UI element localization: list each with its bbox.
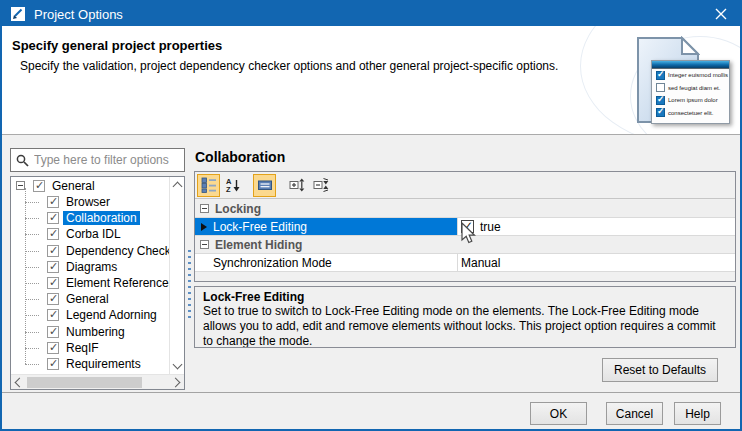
tree-item[interactable]: ReqIF bbox=[11, 340, 169, 356]
property-value: Manual bbox=[461, 256, 500, 270]
project-options-dialog: Project Options Specify general project … bbox=[0, 0, 742, 431]
checklist-item: consectetuer elit. bbox=[652, 107, 729, 120]
group-label: Element Hiding bbox=[215, 238, 302, 252]
document-checklist-graphic: Integer euismod mollis sed feugiat diam … bbox=[634, 34, 734, 132]
property-group-row[interactable]: Locking bbox=[195, 200, 735, 218]
options-tree: General Browser Collaboration bbox=[10, 176, 185, 390]
tree-checkbox[interactable] bbox=[33, 180, 45, 192]
collapse-nodes-icon bbox=[313, 177, 329, 193]
sort-alphabetically-button[interactable]: A Z bbox=[221, 174, 244, 197]
show-description-button[interactable] bbox=[253, 174, 276, 197]
tree-root-general[interactable]: General bbox=[11, 177, 169, 194]
collapse-group-icon[interactable] bbox=[200, 204, 209, 213]
tree-vertical-scrollbar[interactable] bbox=[169, 177, 184, 374]
tree-item[interactable]: Legend Adorning bbox=[11, 307, 169, 323]
tree-item[interactable]: Element References bbox=[11, 275, 169, 291]
property-group-row[interactable]: Element Hiding bbox=[195, 236, 735, 254]
show-description-icon bbox=[257, 177, 273, 193]
tree-checkbox[interactable] bbox=[47, 245, 59, 257]
expand-nodes-icon bbox=[289, 177, 305, 193]
checklist-checkbox-icon bbox=[656, 96, 665, 105]
group-label: Locking bbox=[215, 202, 261, 216]
header-subtitle: Specify the validation, project dependen… bbox=[20, 59, 558, 73]
value-checkbox[interactable] bbox=[461, 220, 474, 233]
panel-title: Collaboration bbox=[195, 149, 285, 165]
tree-checkbox[interactable] bbox=[47, 293, 59, 305]
collapse-nodes-button[interactable] bbox=[309, 174, 332, 197]
expand-row-icon[interactable] bbox=[201, 223, 207, 231]
filter-input[interactable] bbox=[34, 153, 174, 167]
tree-content: General Browser Collaboration bbox=[11, 177, 169, 374]
tree-item[interactable]: Browser bbox=[11, 194, 169, 210]
tree-checkbox[interactable] bbox=[47, 212, 59, 224]
header-banner: Specify general project properties Speci… bbox=[2, 26, 740, 135]
app-icon bbox=[10, 6, 26, 22]
checklist-checkbox-icon bbox=[656, 71, 665, 80]
checklist-checkbox-icon bbox=[656, 108, 665, 117]
tree-checkbox[interactable] bbox=[47, 326, 59, 338]
tree-item[interactable]: Corba IDL bbox=[11, 226, 169, 242]
checklist-item: Lorem ipsum dolor bbox=[652, 94, 729, 107]
tree-horizontal-scrollbar[interactable] bbox=[11, 374, 184, 389]
property-value-cell[interactable]: true bbox=[458, 218, 735, 235]
tree-item[interactable]: Collaboration bbox=[11, 210, 169, 226]
property-value-cell[interactable]: Manual bbox=[458, 254, 735, 271]
scroll-left-icon[interactable] bbox=[15, 378, 25, 388]
property-name-cell[interactable]: Lock-Free Editing bbox=[195, 218, 458, 235]
checklist-item: Integer euismod mollis bbox=[652, 69, 729, 82]
cancel-button[interactable]: Cancel bbox=[606, 402, 663, 425]
help-button[interactable]: Help bbox=[674, 402, 721, 425]
property-table: LockingLock-Free EditingtrueElement Hidi… bbox=[195, 200, 735, 281]
checklist-checkbox-icon bbox=[656, 83, 665, 92]
tree-item[interactable]: Diagrams bbox=[11, 259, 169, 275]
tree-item[interactable]: Numbering bbox=[11, 324, 169, 340]
property-row[interactable]: Synchronization ModeManual bbox=[195, 254, 735, 272]
expand-nodes-button[interactable] bbox=[285, 174, 308, 197]
tree-checkbox[interactable] bbox=[47, 309, 59, 321]
collapse-group-icon[interactable] bbox=[200, 240, 209, 249]
scrollbar-thumb[interactable] bbox=[27, 377, 142, 388]
checklist-item: sed feugiat diam et. bbox=[652, 82, 729, 95]
search-icon bbox=[16, 154, 29, 167]
footer-separator bbox=[2, 392, 740, 393]
tree-item[interactable]: Dependency Checker bbox=[11, 243, 169, 259]
tree-checkbox[interactable] bbox=[47, 358, 59, 370]
svg-text:Z: Z bbox=[226, 185, 231, 193]
tree-checkbox[interactable] bbox=[47, 342, 59, 354]
tree-checkbox[interactable] bbox=[47, 228, 59, 240]
tree-checkbox[interactable] bbox=[47, 277, 59, 289]
tree-checkbox[interactable] bbox=[47, 196, 59, 208]
filter-box bbox=[10, 148, 185, 172]
scroll-right-icon[interactable] bbox=[171, 378, 181, 388]
scroll-up-icon[interactable] bbox=[173, 182, 183, 192]
description-title: Lock-Free Editing bbox=[203, 290, 727, 304]
ok-button[interactable]: OK bbox=[530, 402, 587, 425]
title-bar[interactable]: Project Options bbox=[0, 0, 742, 28]
splitter-grip-icon[interactable] bbox=[188, 250, 191, 322]
scroll-down-icon[interactable] bbox=[173, 360, 183, 370]
close-button[interactable] bbox=[700, 0, 742, 28]
sort-alphabetically-icon: A Z bbox=[225, 177, 241, 193]
window-title: Project Options bbox=[34, 7, 123, 22]
property-name: Synchronization Mode bbox=[213, 256, 332, 270]
description-box: Lock-Free Editing Set to true to switch … bbox=[194, 286, 736, 348]
checklist-card: Integer euismod mollis sed feugiat diam … bbox=[651, 60, 730, 124]
property-name: Lock-Free Editing bbox=[213, 220, 307, 234]
property-name-cell[interactable]: Synchronization Mode bbox=[195, 254, 458, 271]
tree-checkbox[interactable] bbox=[47, 261, 59, 273]
tree-item[interactable]: Requirements bbox=[11, 356, 169, 372]
categorized-view-button[interactable] bbox=[197, 174, 220, 197]
reset-to-defaults-button[interactable]: Reset to Defaults bbox=[602, 358, 718, 382]
tree-item[interactable]: General bbox=[11, 291, 169, 307]
properties-panel: A Z bbox=[194, 171, 736, 282]
property-value: true bbox=[480, 220, 501, 234]
panel-splitter[interactable] bbox=[185, 136, 194, 390]
description-text: Set to true to switch to Lock-Free Editi… bbox=[203, 304, 727, 348]
header-title: Specify general project properties bbox=[12, 38, 222, 53]
categorized-view-icon bbox=[201, 177, 217, 193]
properties-toolbar: A Z bbox=[195, 172, 735, 199]
collapse-node-icon[interactable] bbox=[16, 181, 25, 190]
tree-children: Browser Collaboration Corba IDL bbox=[11, 194, 169, 372]
property-row[interactable]: Lock-Free Editingtrue bbox=[195, 218, 735, 236]
